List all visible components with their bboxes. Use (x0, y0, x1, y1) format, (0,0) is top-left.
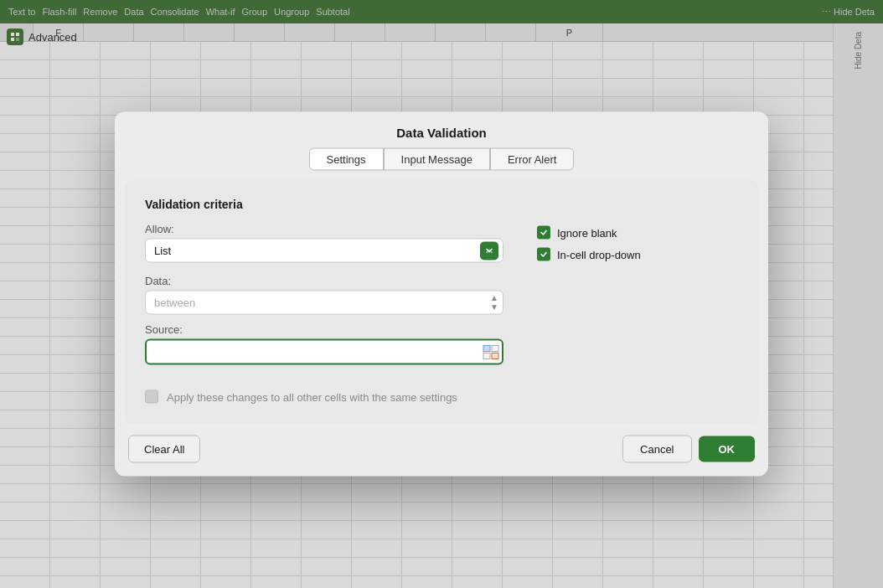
source-range-button[interactable] (481, 342, 501, 362)
source-label: Source: (145, 323, 503, 336)
form-left: Allow: List (145, 223, 503, 365)
dialog-footer: Clear All Cancel OK (115, 424, 768, 477)
in-cell-dropdown-label: In-cell drop-down (557, 248, 641, 260)
apply-all-cells-row: Apply these changes to all other cells w… (145, 390, 738, 404)
source-input-wrapper (145, 339, 503, 365)
source-input[interactable] (145, 339, 503, 365)
allow-field-group: Allow: List (145, 223, 503, 263)
cancel-button[interactable]: Cancel (622, 436, 691, 463)
section-title: Validation criteria (145, 198, 738, 211)
ignore-blank-label: Ignore blank (557, 226, 617, 239)
data-validation-dialog: Data Validation Settings Input Message E… (115, 112, 768, 477)
data-label: Data: (145, 275, 503, 287)
dialog-body: Validation criteria Allow: List (125, 181, 758, 424)
ok-button[interactable]: OK (699, 436, 756, 462)
ignore-blank-row: Ignore blank (537, 226, 738, 240)
svg-rect-7 (492, 353, 498, 358)
tab-error-alert[interactable]: Error Alert (490, 148, 575, 171)
dialog-tabs: Settings Input Message Error Alert (115, 148, 768, 181)
apply-all-cells-label: Apply these changes to all other cells w… (167, 390, 457, 403)
allow-select-wrapper: List (145, 239, 503, 263)
data-select[interactable]: between (145, 291, 503, 315)
tab-settings[interactable]: Settings (309, 148, 384, 171)
allow-select[interactable]: List (145, 239, 503, 263)
form-right: Ignore blank In-cell drop-down (537, 223, 738, 261)
dialog-title-text: Data Validation (396, 126, 487, 140)
source-field-group: Source: (145, 323, 503, 365)
ignore-blank-checkbox[interactable] (537, 226, 550, 240)
clear-all-button[interactable]: Clear All (128, 436, 200, 463)
form-main-row: Allow: List (145, 223, 738, 365)
svg-rect-5 (492, 345, 498, 351)
in-cell-dropdown-checkbox[interactable] (537, 248, 550, 261)
data-field-group: Data: between ▲ ▼ (145, 275, 503, 315)
footer-right-buttons: Cancel OK (622, 436, 755, 463)
svg-rect-4 (483, 345, 490, 351)
tab-input-message[interactable]: Input Message (384, 148, 490, 171)
in-cell-dropdown-row: In-cell drop-down (537, 248, 738, 261)
data-select-wrapper: between ▲ ▼ (145, 291, 503, 315)
dialog-title: Data Validation (115, 112, 768, 148)
svg-rect-6 (483, 353, 490, 358)
allow-label: Allow: (145, 223, 503, 235)
apply-all-cells-checkbox[interactable] (145, 390, 158, 404)
